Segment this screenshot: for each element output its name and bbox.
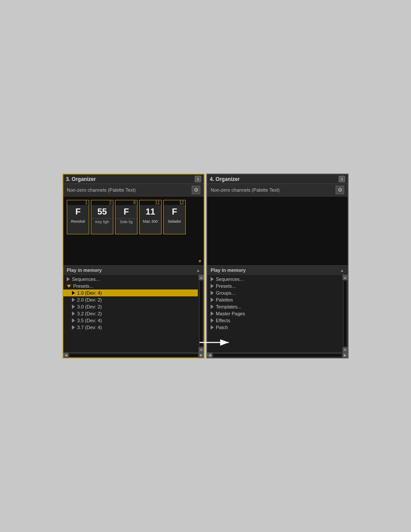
panel-3-vscroll-up[interactable]: ▲ xyxy=(199,275,204,280)
tree-item-3-7[interactable]: 3.7 (Dev: 4) xyxy=(63,324,198,331)
panel-3-channels: 1 F Revoluti 2 55 Key ligh 8 F Side lig … xyxy=(63,196,204,265)
panel-3-vscroll-track xyxy=(200,281,202,346)
preset-3-2-arrow-icon xyxy=(72,311,75,316)
panel-4-close[interactable]: x xyxy=(339,176,345,182)
channel-card-11[interactable]: 11 11 Mac 300 xyxy=(139,200,162,234)
channel-11-number: 11 xyxy=(140,200,161,205)
panel-4-hscroll-right[interactable]: ▶ xyxy=(342,353,348,358)
panel-4-vscroll-up[interactable]: ▲ xyxy=(342,275,348,280)
tree-item-sequences[interactable]: Sequences... xyxy=(63,276,198,283)
channel-11-name: Mac 300 xyxy=(140,218,161,224)
tree-item-p4-presets[interactable]: Presets... xyxy=(207,283,342,289)
channel-1-number: 1 xyxy=(67,200,89,205)
panel-4-title: 4. Organizer xyxy=(210,176,240,182)
p4-groups-arrow-icon xyxy=(211,291,214,295)
preset-1-0-arrow-icon xyxy=(72,291,75,295)
channel-card-1[interactable]: 1 F Revoluti xyxy=(67,200,89,234)
panel-4-vscroll-track xyxy=(344,281,346,346)
channel-1-value: F xyxy=(75,205,81,218)
panel-3-title: 3. Organizer xyxy=(66,176,96,182)
channel-8-value: F xyxy=(124,205,129,218)
channel-12-value: F xyxy=(172,205,177,218)
tree-item-3-5[interactable]: 3.5 (Dev: 4) xyxy=(63,317,198,324)
p4-presets-arrow-icon xyxy=(211,284,214,288)
p4-sequences-arrow-icon xyxy=(211,277,214,281)
panels-container: 3. Organizer x Non-zero channels (Palett… xyxy=(62,174,349,358)
p4-effects-arrow-icon xyxy=(211,318,214,323)
p4-templates-arrow-icon xyxy=(211,305,214,309)
p4-masterpages-arrow-icon xyxy=(211,311,214,316)
panel-3-vscrollbar: ▲ ▼ xyxy=(199,275,204,352)
panel-4-hscroll-left[interactable]: ◀ xyxy=(207,353,212,358)
panel-3-vscroll-down[interactable]: ▼ xyxy=(199,347,204,352)
panel-4: 4. Organizer x Non-zero channels (Palett… xyxy=(206,174,349,358)
panel-4-tree: Sequences... Presets... Groups... Palett… xyxy=(207,275,348,352)
panel-4-subheader-text: Non-zero channels (Palette Text) xyxy=(211,187,280,193)
tree-item-3-2[interactable]: 3.2 (Dev: 2) xyxy=(63,310,198,317)
p4-palettes-arrow-icon xyxy=(211,298,214,302)
tree-item-3-0[interactable]: 3.0 (Dev: 2) xyxy=(63,303,198,310)
panel-4-vscroll-down[interactable]: ▼ xyxy=(342,347,348,352)
channel-1-name: Revoluti xyxy=(67,218,89,224)
tree-item-p4-effects[interactable]: Effects xyxy=(207,317,342,324)
panel-4-section-label: Play in memory ▲ xyxy=(207,265,348,275)
channel-card-2[interactable]: 2 55 Key ligh xyxy=(91,200,113,234)
panel-4-scroll-up-icon[interactable]: ▲ xyxy=(340,268,344,273)
panel-4-vscrollbar: ▲ ▼ xyxy=(342,275,348,352)
sequences-arrow-icon xyxy=(67,277,70,281)
preset-3-7-arrow-icon xyxy=(72,325,75,330)
panel-3-tree: Sequences... Presets... 1.0 (Dev: 4) 2.0… xyxy=(63,275,204,352)
channel-card-12[interactable]: 12 F Selador xyxy=(163,200,186,234)
panel-3-hscrollbar: ◀ ▶ xyxy=(63,352,204,358)
channel-2-value: 55 xyxy=(97,205,107,218)
panel-3-close[interactable]: x xyxy=(195,176,201,182)
panel-4-channels xyxy=(207,196,348,265)
panel-3-subheader: Non-zero channels (Palette Text) ⚙ xyxy=(63,184,204,196)
tree-item-presets[interactable]: Presets... xyxy=(63,283,198,289)
preset-2-0-arrow-icon xyxy=(72,298,75,302)
channel-8-number: 8 xyxy=(115,200,137,205)
preset-3-5-arrow-icon xyxy=(72,318,75,323)
panel-3-subheader-text: Non-zero channels (Palette Text) xyxy=(67,187,136,193)
panel-3-hscroll-right[interactable]: ▶ xyxy=(199,353,204,358)
channel-2-number: 2 xyxy=(91,200,113,205)
panel-3-gear-icon[interactable]: ⚙ xyxy=(192,186,200,194)
channel-2-label: Key ligh xyxy=(91,218,113,225)
tree-item-2-0[interactable]: 2.0 (Dev: 2) xyxy=(63,296,198,303)
tree-item-p4-palettes[interactable]: Palettes xyxy=(207,296,342,303)
channel-8-label: Side lig xyxy=(115,218,137,225)
panel-3: 3. Organizer x Non-zero channels (Palett… xyxy=(62,174,205,358)
panel-4-hscroll-track xyxy=(213,354,342,357)
tree-item-p4-templates[interactable]: Templates... xyxy=(207,303,342,310)
tree-item-p4-patch[interactable]: Patch xyxy=(207,324,342,331)
panel-4-gear-icon[interactable]: ⚙ xyxy=(336,186,344,194)
preset-3-0-arrow-icon xyxy=(72,305,75,309)
panel-3-hscroll-left[interactable]: ◀ xyxy=(63,353,68,358)
p4-patch-arrow-icon xyxy=(211,325,214,330)
channel-12-name: Selador xyxy=(164,218,185,224)
tree-item-p4-sequences[interactable]: Sequences... xyxy=(207,276,342,283)
tree-item-1-0[interactable]: 1.0 (Dev: 4) xyxy=(63,289,198,296)
panel-3-hscroll-track xyxy=(69,354,198,357)
panel-4-subheader: Non-zero channels (Palette Text) ⚙ xyxy=(207,184,348,196)
channel-12-number: 12 xyxy=(164,200,185,205)
panel-4-header: 4. Organizer x xyxy=(207,174,348,184)
panel-4-hscrollbar: ◀ ▶ xyxy=(207,352,348,358)
panel-3-scroll-up-icon[interactable]: ▲ xyxy=(196,268,200,273)
channels-scroll-down-icon[interactable]: ▼ xyxy=(198,259,202,264)
panel-3-section-label: Play in memory ▲ xyxy=(63,265,204,275)
tree-item-p4-groups[interactable]: Groups... xyxy=(207,289,342,296)
channel-11-value: 11 xyxy=(146,205,155,218)
tree-item-p4-masterpages[interactable]: Master Pages xyxy=(207,310,342,317)
panel-3-header: 3. Organizer x xyxy=(63,174,204,184)
channel-card-8[interactable]: 8 F Side lig xyxy=(115,200,137,234)
presets-arrow-icon xyxy=(67,285,71,288)
